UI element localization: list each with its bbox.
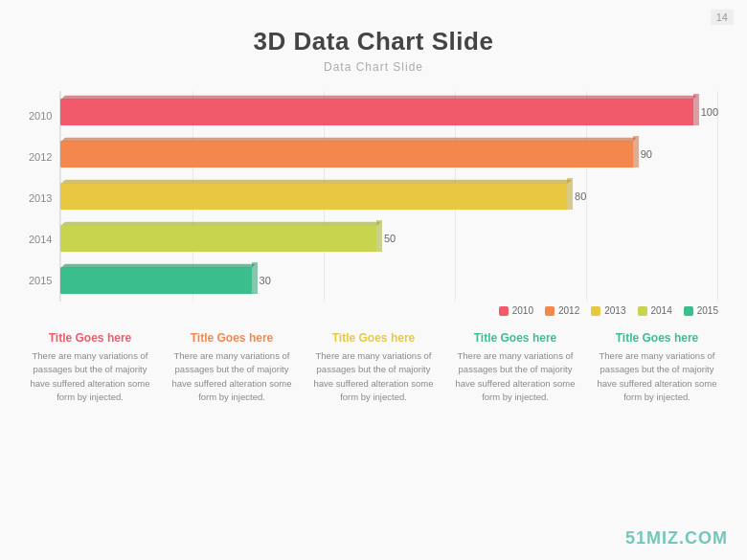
bar-row: 90 [60, 137, 718, 171]
bar-value-label: 80 [575, 190, 586, 202]
bar-top [62, 138, 638, 142]
bar-row: 100 [60, 95, 718, 129]
legend-item: 2014 [638, 305, 672, 316]
legend-label: 2015 [697, 305, 718, 316]
legend-item: 2012 [545, 305, 579, 316]
legend-dot [638, 306, 647, 316]
y-label: 2013 [29, 193, 52, 204]
main-title: 3D Data Chart Slide [0, 27, 747, 56]
bar-top [62, 222, 381, 226]
bar-2014 [60, 225, 376, 252]
page-header: 3D Data Chart Slide Data Chart Slide [0, 0, 747, 74]
card-title: Title Goes here [28, 331, 152, 345]
bar-front [60, 141, 632, 168]
card-title: Title Goes here [311, 331, 436, 345]
legend-dot [545, 306, 555, 316]
y-label: 2012 [29, 152, 52, 163]
y-label: 2014 [29, 235, 52, 245]
watermark: 51MIZ.COM [625, 528, 728, 549]
bar-2015 [60, 267, 251, 294]
bar-2012 [60, 141, 632, 168]
bar-top [62, 264, 257, 268]
bar-row: 80 [60, 179, 718, 213]
footer-cards: Title Goes hereThere are many variations… [0, 322, 747, 404]
footer-card: Title Goes hereThere are many variations… [453, 331, 577, 404]
bar-2013 [60, 183, 567, 210]
footer-card: Title Goes hereThere are many variations… [170, 331, 294, 404]
card-body: There are many variations of passages bu… [595, 349, 719, 404]
bar-top [62, 96, 698, 100]
bar-2010 [60, 99, 692, 125]
bar-side [252, 262, 258, 294]
legend-label: 2014 [651, 305, 672, 316]
bar-row: 30 [60, 263, 718, 298]
footer-card: Title Goes hereThere are many variations… [595, 331, 719, 404]
bar-front [60, 99, 692, 125]
card-body: There are many variations of passages bu… [170, 349, 294, 404]
legend-item: 2015 [684, 305, 718, 316]
bar-front [60, 225, 376, 252]
bar-value-label: 100 [701, 106, 718, 118]
bar-side [376, 220, 382, 252]
legend-area: 20102012201320142015 [0, 305, 747, 316]
bar-side [693, 94, 699, 125]
card-title: Title Goes here [170, 331, 294, 345]
y-axis: 20102012201320142015 [29, 91, 59, 302]
bar-side [633, 136, 639, 168]
bar-front [60, 183, 567, 210]
chart-area: 20102012201320142015 10090805030 [0, 81, 747, 302]
y-label: 2015 [29, 276, 52, 286]
bar-value-label: 50 [384, 233, 396, 244]
bar-front [60, 267, 251, 294]
page-number: 14 [711, 10, 734, 25]
sub-title: Data Chart Slide [0, 60, 747, 74]
legend-item: 2013 [591, 305, 625, 316]
card-body: There are many variations of passages bu… [311, 349, 436, 404]
legend-dot [499, 306, 509, 316]
y-label: 2010 [29, 111, 52, 122]
card-body: There are many variations of passages bu… [28, 349, 152, 404]
bar-value-label: 30 [260, 275, 271, 286]
legend-item: 2010 [499, 305, 533, 316]
legend-label: 2010 [512, 305, 533, 316]
legend-label: 2013 [604, 305, 625, 316]
bars-wrapper: 10090805030 [60, 91, 718, 302]
bar-value-label: 90 [641, 148, 652, 160]
legend-dot [591, 306, 600, 316]
bar-row: 50 [60, 221, 718, 256]
bars-container: 10090805030 [59, 91, 718, 302]
card-title: Title Goes here [595, 331, 719, 345]
card-body: There are many variations of passages bu… [453, 349, 577, 404]
footer-card: Title Goes hereThere are many variations… [311, 331, 436, 404]
footer-card: Title Goes hereThere are many variations… [28, 331, 152, 404]
legend-dot [684, 306, 693, 316]
legend-label: 2012 [558, 305, 579, 316]
card-title: Title Goes here [453, 331, 577, 345]
bar-side [567, 178, 573, 210]
bar-top [62, 180, 572, 184]
